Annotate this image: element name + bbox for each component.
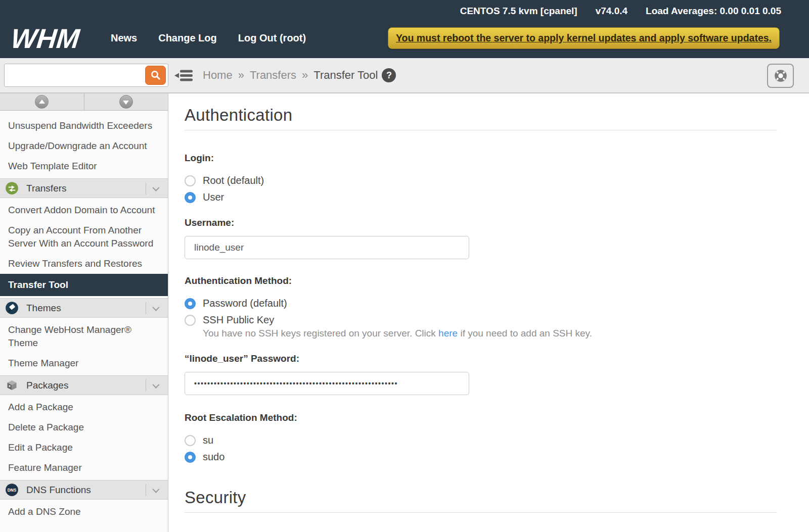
chevron-down-icon xyxy=(152,486,159,493)
main-content: Authentication Login: Root (default) Use… xyxy=(168,93,809,532)
chevron-down-icon xyxy=(152,381,159,388)
auth-method-radio-group: Password (default) SSH Public Key You ha… xyxy=(185,298,777,339)
sidebar-scroll-controls xyxy=(0,93,168,111)
sidebar-section-dns-functions[interactable]: DNS DNS Functions xyxy=(0,480,168,500)
password-label: “linode_user” Password: xyxy=(185,353,777,364)
nav-log-out[interactable]: Log Out (root) xyxy=(238,32,306,44)
radio-unselected-icon xyxy=(185,435,196,446)
sidebar-item-copy-account-password[interactable]: Copy an Account From Another Server With… xyxy=(0,220,168,254)
sidebar-item-delete-package[interactable]: Delete a Package xyxy=(0,417,168,438)
section-divider xyxy=(185,512,777,513)
themes-icon xyxy=(5,301,19,315)
sidebar: Unsuspend Bandwidth Exceeders Upgrade/Do… xyxy=(0,93,168,532)
root-escalation-label: Root Escalation Method: xyxy=(185,412,777,423)
collapse-sidebar-button[interactable] xyxy=(174,69,194,82)
support-button[interactable] xyxy=(767,64,794,88)
sidebar-item-add-dns-zone[interactable]: Add a DNS Zone xyxy=(0,502,168,522)
sidebar-item-edit-package[interactable]: Edit a Package xyxy=(0,438,168,458)
help-icon[interactable]: ? xyxy=(382,68,396,82)
nav-change-log[interactable]: Change Log xyxy=(158,32,217,44)
breadcrumb-home[interactable]: Home xyxy=(203,69,233,82)
sidebar-scroll-down-button[interactable] xyxy=(84,93,168,110)
sidebar-item-unsuspend-bandwidth-exceeders[interactable]: Unsuspend Bandwidth Exceeders xyxy=(0,116,168,136)
chevron-down-icon xyxy=(152,184,159,191)
section-divider xyxy=(185,130,777,130)
sidebar-item-change-whm-theme[interactable]: Change WebHost Manager® Theme xyxy=(0,320,168,353)
main-nav: WHM News Change Log Log Out (root) You m… xyxy=(0,20,809,56)
dns-icon: DNS xyxy=(5,483,19,497)
transfers-icon xyxy=(5,181,19,195)
ssh-key-note: You have no SSH keys registered on your … xyxy=(203,328,777,339)
escalation-option-sudo[interactable]: sudo xyxy=(185,451,777,463)
top-header: CENTOS 7.5 kvm [cpanel] v74.0.4 Load Ave… xyxy=(0,0,809,58)
collapse-sidebar-icon xyxy=(174,69,194,82)
load-averages: Load Averages: 0.00 0.01 0.05 xyxy=(646,6,781,17)
breadcrumb-toolbar: Home » Transfers » Transfer Tool ? xyxy=(0,58,809,93)
radio-selected-icon xyxy=(185,298,196,309)
radio-selected-icon xyxy=(185,192,196,203)
breadcrumb-separator: » xyxy=(302,69,308,82)
reboot-alert-banner[interactable]: You must reboot the server to apply kern… xyxy=(388,27,780,49)
auth-option-password[interactable]: Password (default) xyxy=(185,298,777,309)
sidebar-item-theme-manager[interactable]: Theme Manager xyxy=(0,353,168,373)
username-input[interactable] xyxy=(185,236,469,259)
sidebar-search-box xyxy=(4,64,168,87)
life-ring-icon xyxy=(774,69,788,83)
nav-news[interactable]: News xyxy=(111,32,137,44)
login-option-root[interactable]: Root (default) xyxy=(185,175,777,186)
svg-text:DNS: DNS xyxy=(8,488,17,493)
breadcrumb-transfers[interactable]: Transfers xyxy=(250,69,296,82)
breadcrumb-separator: » xyxy=(238,69,244,82)
sidebar-item-upgrade-downgrade-account[interactable]: Upgrade/Downgrade an Account xyxy=(0,136,168,156)
server-info-strip: CENTOS 7.5 kvm [cpanel] v74.0.4 Load Ave… xyxy=(460,0,781,22)
sidebar-section-label: Transfers xyxy=(26,183,67,194)
login-option-user[interactable]: User xyxy=(185,191,777,203)
page-title: Authentication xyxy=(185,106,777,125)
sidebar-item-review-transfers-restores[interactable]: Review Transfers and Restores xyxy=(0,254,168,274)
breadcrumb: Home » Transfers » Transfer Tool xyxy=(203,69,378,82)
sidebar-section-transfers[interactable]: Transfers xyxy=(0,178,168,198)
sidebar-menu: Unsuspend Bandwidth Exceeders Upgrade/Do… xyxy=(0,111,168,522)
search-input[interactable] xyxy=(5,64,168,86)
sidebar-item-transfer-tool[interactable]: Transfer Tool xyxy=(0,274,168,296)
arrow-down-icon xyxy=(119,95,133,109)
sidebar-item-feature-manager[interactable]: Feature Manager xyxy=(0,458,168,478)
root-escalation-radio-group: su sudo xyxy=(185,434,777,463)
search-button[interactable] xyxy=(145,66,166,85)
radio-unselected-icon xyxy=(185,315,196,326)
radio-selected-icon xyxy=(185,452,196,463)
whm-version: v74.0.4 xyxy=(596,6,627,17)
auth-option-ssh-key[interactable]: SSH Public Key xyxy=(185,314,777,326)
breadcrumb-current-page: Transfer Tool xyxy=(313,69,378,82)
add-ssh-key-link[interactable]: here xyxy=(438,328,458,338)
escalation-option-su[interactable]: su xyxy=(185,434,777,446)
server-os: CENTOS 7.5 kvm [cpanel] xyxy=(460,6,577,17)
password-input[interactable] xyxy=(185,372,469,395)
login-label: Login: xyxy=(185,153,777,164)
arrow-up-icon xyxy=(35,95,49,109)
sidebar-section-label: Themes xyxy=(26,303,61,314)
sidebar-section-label: DNS Functions xyxy=(26,485,91,496)
username-label: Username: xyxy=(185,217,777,228)
sidebar-item-add-package[interactable]: Add a Package xyxy=(0,397,168,417)
sidebar-item-convert-addon-domain[interactable]: Convert Addon Domain to Account xyxy=(0,200,168,220)
security-section-title: Security xyxy=(185,488,777,507)
radio-unselected-icon xyxy=(185,175,196,186)
packages-icon xyxy=(5,378,19,392)
sidebar-scroll-up-button[interactable] xyxy=(0,93,84,110)
search-icon xyxy=(150,70,161,81)
sidebar-section-themes[interactable]: Themes xyxy=(0,298,168,318)
sidebar-section-packages[interactable]: Packages xyxy=(0,375,168,395)
whm-logo[interactable]: WHM xyxy=(10,25,81,52)
chevron-down-icon xyxy=(152,304,159,311)
sidebar-item-web-template-editor[interactable]: Web Template Editor xyxy=(0,156,168,176)
sidebar-section-label: Packages xyxy=(26,380,68,391)
auth-method-label: Authentication Method: xyxy=(185,275,777,286)
whm-app: CENTOS 7.5 kvm [cpanel] v74.0.4 Load Ave… xyxy=(0,0,809,532)
login-radio-group: Root (default) User xyxy=(185,175,777,203)
